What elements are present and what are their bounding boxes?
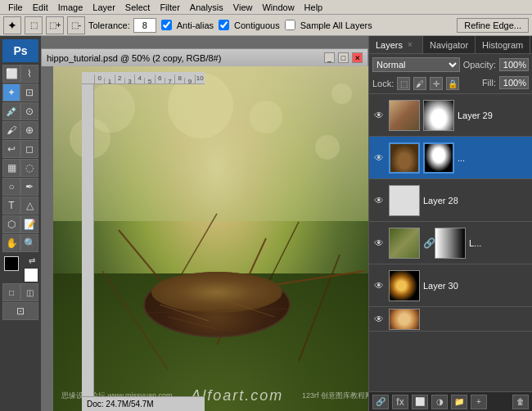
layer-30-visibility[interactable]: 👁: [372, 279, 385, 292]
layer-link-btn[interactable]: 🔗: [372, 395, 389, 409]
layer-selected-mask: [423, 142, 454, 174]
layer-item-selected[interactable]: 👁 ...: [369, 137, 532, 179]
switch-colors-icon[interactable]: ⇄: [29, 256, 37, 264]
tab-layers[interactable]: Layers ×: [369, 36, 423, 53]
adjustment-layer-btn[interactable]: ◑: [431, 395, 448, 409]
dodge-tool[interactable]: ○: [2, 178, 20, 196]
add-selection-icon[interactable]: ⬚+: [46, 16, 64, 34]
window-minimize[interactable]: _: [324, 52, 335, 63]
layer-style-btn[interactable]: fx: [392, 395, 408, 409]
new-layer-btn[interactable]: +: [471, 395, 487, 409]
lock-transparency-btn[interactable]: ⬚: [397, 77, 410, 90]
menu-image[interactable]: Image: [53, 2, 88, 12]
menu-select[interactable]: Select: [120, 2, 156, 12]
menu-window[interactable]: Window: [257, 2, 299, 12]
layer-item-partial[interactable]: 👁: [369, 307, 532, 332]
marquee-tool[interactable]: ⬜: [2, 65, 20, 83]
layer-mask-btn[interactable]: ⬜: [412, 395, 428, 409]
canvas-area: 0 1 2 3 4 5 6 7 8 9 10 hippo_tutorial.ps…: [41, 36, 368, 411]
menu-help[interactable]: Help: [300, 2, 328, 12]
menu-file[interactable]: File: [3, 2, 28, 12]
opacity-input[interactable]: [499, 58, 529, 71]
lock-pixels-btn[interactable]: 🖌: [413, 77, 426, 90]
ruler-mark-2: 2: [115, 75, 124, 84]
tab-layers-close[interactable]: ×: [404, 39, 416, 51]
layer-28-thumb: [389, 185, 420, 216]
tab-histogram[interactable]: Histogram: [476, 36, 530, 53]
background-color[interactable]: [24, 268, 38, 282]
tab-navigator[interactable]: Navigator: [423, 36, 476, 53]
lock-all-btn[interactable]: 🔒: [446, 77, 459, 90]
brush-tools: 🖌 ⊕: [2, 121, 38, 139]
menu-filter[interactable]: Filter: [155, 2, 184, 12]
hand-tool[interactable]: ✋: [2, 234, 20, 252]
layer-L-visibility[interactable]: 👁: [372, 237, 385, 250]
screen-mode[interactable]: ⊡: [2, 302, 38, 320]
new-selection-icon[interactable]: ⬚: [25, 16, 43, 34]
menu-edit[interactable]: Edit: [28, 2, 53, 12]
layer-28-visibility[interactable]: 👁: [372, 194, 385, 207]
crop-tools: ✦ ⊡: [2, 84, 38, 102]
brush-tool[interactable]: 🖌: [2, 121, 20, 139]
layer-L-thumb: [389, 228, 420, 259]
magic-wand-tool[interactable]: ✦: [2, 84, 20, 102]
sample-all-checkbox[interactable]: [285, 20, 295, 30]
menu-view[interactable]: View: [228, 2, 258, 12]
fill-input[interactable]: [499, 76, 529, 89]
layer-selected-visibility[interactable]: 👁: [372, 151, 385, 165]
layer-L-link: 🔗: [423, 237, 431, 249]
dodge-tools: ○ ✒: [2, 178, 38, 196]
eyedropper-tool[interactable]: 💉: [2, 102, 20, 120]
layer-partial-visibility[interactable]: 👁: [372, 313, 385, 326]
fill-row: Fill:: [482, 76, 529, 89]
type-tool[interactable]: T: [2, 196, 20, 215]
eraser-tool[interactable]: ◻: [20, 140, 38, 158]
color-swatches: ⇄: [2, 256, 38, 282]
layer-item-30[interactable]: 👁 Layer 30: [369, 264, 532, 307]
note-tool[interactable]: 📝: [20, 215, 38, 233]
tool-options-icon[interactable]: ✦: [3, 16, 21, 34]
anti-alias-label: Anti-alias: [177, 20, 214, 30]
foreground-color[interactable]: [4, 256, 19, 271]
clone-tool[interactable]: ⊕: [20, 121, 38, 139]
ruler-mark-10: 10: [195, 75, 205, 84]
zoom-tools: ✋ 🔍: [2, 234, 38, 252]
crop-tool[interactable]: ⊡: [20, 84, 38, 102]
shape-tool[interactable]: ⬡: [2, 215, 20, 233]
gradient-tool[interactable]: ▦: [2, 159, 20, 177]
pen-tool[interactable]: ✒: [20, 178, 38, 196]
menu-layer[interactable]: Layer: [88, 2, 120, 12]
layer-29-visibility[interactable]: 👁: [372, 109, 385, 122]
contiguous-checkbox[interactable]: [219, 20, 229, 30]
layers-list: 👁 Layer 29 👁 ... 👁: [369, 94, 532, 391]
layer-item-29[interactable]: 👁 Layer 29: [369, 94, 532, 137]
zoom-tool[interactable]: 🔍: [20, 234, 38, 252]
menu-analysis[interactable]: Analysis: [185, 2, 228, 12]
spot-heal-tool[interactable]: ⊙: [20, 102, 38, 120]
delete-layer-btn[interactable]: 🗑: [512, 395, 529, 409]
tolerance-input[interactable]: [133, 18, 156, 33]
blur-tool[interactable]: ◌: [20, 159, 38, 177]
lock-position-btn[interactable]: ✛: [430, 77, 443, 90]
layer-L-name: L...: [469, 238, 529, 248]
ruler-mark-0: 0: [94, 75, 104, 84]
history-brush-tool[interactable]: ↩: [2, 140, 20, 158]
window-close[interactable]: ✕: [352, 52, 363, 63]
anti-alias-checkbox[interactable]: [161, 20, 172, 30]
ps-logo: Ps: [2, 39, 38, 62]
refine-edge-button[interactable]: Refine Edge...: [457, 18, 529, 33]
layer-28-name: Layer 28: [423, 196, 529, 206]
standard-mode[interactable]: □: [2, 283, 20, 301]
quick-mask-mode[interactable]: ◫: [20, 283, 38, 301]
lasso-tool[interactable]: ⌇: [20, 65, 38, 83]
path-tool[interactable]: △: [20, 196, 38, 215]
blend-mode-select[interactable]: Normal: [372, 57, 460, 72]
fill-label: Fill:: [482, 78, 496, 88]
layer-item-L[interactable]: 👁 🔗 L...: [369, 222, 532, 264]
window-maximize[interactable]: □: [338, 52, 349, 63]
subtract-selection-icon[interactable]: ⬚-: [67, 16, 85, 34]
selection-tools: ⬜ ⌇: [2, 65, 38, 83]
layer-group-btn[interactable]: 📁: [451, 395, 467, 409]
layer-item-28[interactable]: 👁 Layer 28: [369, 179, 532, 222]
doc-size: Doc: 24.7M/54.7M: [87, 400, 154, 409]
